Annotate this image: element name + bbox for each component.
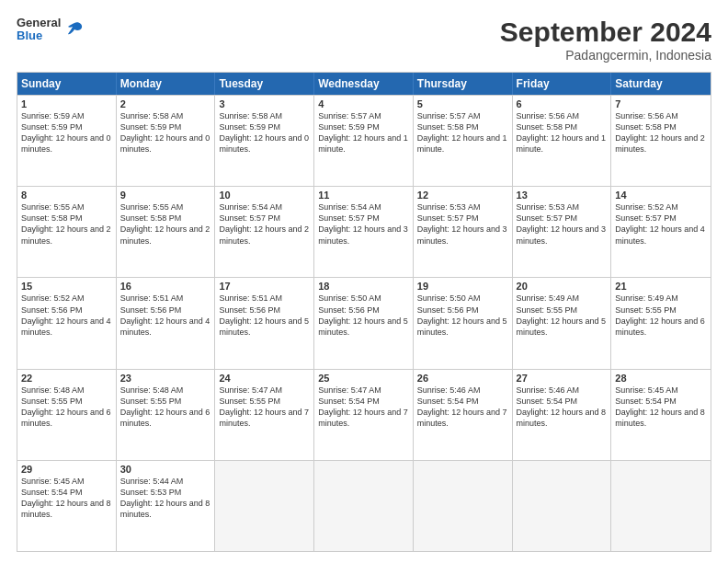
day-number: 18 — [318, 281, 409, 292]
cal-cell-2-4: 12 Sunrise: 5:53 AM Sunset: 5:57 PM Dayl… — [414, 187, 513, 277]
header-friday: Friday — [513, 73, 612, 95]
cal-cell-5-2 — [215, 461, 314, 551]
logo-blue: Blue — [17, 29, 61, 42]
cell-info: Sunrise: 5:44 AM Sunset: 5:53 PM Dayligh… — [120, 476, 211, 521]
cell-info: Sunrise: 5:51 AM Sunset: 5:56 PM Dayligh… — [120, 293, 211, 338]
cell-info: Sunrise: 5:53 AM Sunset: 5:57 PM Dayligh… — [517, 201, 608, 247]
location: Padangcermin, Indonesia — [500, 48, 711, 63]
cell-info: Sunrise: 5:57 AM Sunset: 5:58 PM Dayligh… — [417, 110, 508, 155]
day-number: 12 — [417, 190, 508, 201]
cell-info: Sunrise: 5:47 AM Sunset: 5:55 PM Dayligh… — [219, 385, 310, 430]
cal-cell-5-3 — [314, 461, 414, 551]
day-number: 16 — [120, 281, 211, 292]
cal-cell-3-2: 17 Sunrise: 5:51 AM Sunset: 5:56 PM Dayl… — [215, 278, 314, 368]
day-number: 28 — [615, 373, 707, 384]
cal-cell-1-2: 3 Sunrise: 5:58 AM Sunset: 5:59 PM Dayli… — [215, 96, 314, 186]
day-number: 20 — [517, 281, 608, 292]
cell-info: Sunrise: 5:48 AM Sunset: 5:55 PM Dayligh… — [120, 385, 211, 430]
day-number: 11 — [318, 190, 409, 201]
cell-info: Sunrise: 5:54 AM Sunset: 5:57 PM Dayligh… — [219, 201, 310, 247]
day-number: 10 — [219, 190, 310, 201]
day-number: 3 — [219, 98, 310, 109]
cell-info: Sunrise: 5:55 AM Sunset: 5:58 PM Dayligh… — [120, 201, 211, 247]
cell-info: Sunrise: 5:58 AM Sunset: 5:59 PM Dayligh… — [219, 110, 310, 155]
cal-cell-2-2: 10 Sunrise: 5:54 AM Sunset: 5:57 PM Dayl… — [215, 187, 314, 277]
calendar: Sunday Monday Tuesday Wednesday Thursday… — [17, 72, 711, 552]
cal-cell-2-6: 14 Sunrise: 5:52 AM Sunset: 5:57 PM Dayl… — [611, 187, 711, 277]
cell-info: Sunrise: 5:46 AM Sunset: 5:54 PM Dayligh… — [417, 385, 508, 430]
cal-cell-5-5 — [513, 461, 612, 551]
cell-info: Sunrise: 5:50 AM Sunset: 5:56 PM Dayligh… — [318, 293, 409, 338]
cal-cell-5-0: 29 Sunrise: 5:45 AM Sunset: 5:54 PM Dayl… — [17, 461, 117, 551]
day-number: 13 — [517, 190, 608, 201]
day-number: 6 — [517, 98, 608, 109]
cell-info: Sunrise: 5:51 AM Sunset: 5:56 PM Dayligh… — [219, 293, 310, 338]
cal-cell-4-0: 22 Sunrise: 5:48 AM Sunset: 5:55 PM Dayl… — [17, 370, 117, 460]
day-number: 19 — [417, 281, 508, 292]
cal-cell-1-3: 4 Sunrise: 5:57 AM Sunset: 5:59 PM Dayli… — [314, 96, 414, 186]
cal-cell-2-3: 11 Sunrise: 5:54 AM Sunset: 5:57 PM Dayl… — [314, 187, 414, 277]
calendar-body: 1 Sunrise: 5:59 AM Sunset: 5:59 PM Dayli… — [17, 95, 711, 551]
cal-cell-4-4: 26 Sunrise: 5:46 AM Sunset: 5:54 PM Dayl… — [414, 370, 513, 460]
day-number: 22 — [21, 373, 112, 384]
header-tuesday: Tuesday — [215, 73, 314, 95]
cell-info: Sunrise: 5:48 AM Sunset: 5:55 PM Dayligh… — [21, 385, 112, 430]
day-number: 23 — [120, 373, 211, 384]
cal-cell-3-5: 20 Sunrise: 5:49 AM Sunset: 5:55 PM Dayl… — [513, 278, 612, 368]
cell-info: Sunrise: 5:56 AM Sunset: 5:58 PM Dayligh… — [517, 110, 608, 155]
cal-cell-5-4 — [414, 461, 513, 551]
header-monday: Monday — [117, 73, 216, 95]
cal-cell-2-1: 9 Sunrise: 5:55 AM Sunset: 5:58 PM Dayli… — [117, 187, 216, 277]
day-number: 30 — [120, 464, 211, 475]
cell-info: Sunrise: 5:53 AM Sunset: 5:57 PM Dayligh… — [417, 201, 508, 247]
day-number: 17 — [219, 281, 310, 292]
cell-info: Sunrise: 5:55 AM Sunset: 5:58 PM Dayligh… — [21, 201, 112, 247]
calendar-header: Sunday Monday Tuesday Wednesday Thursday… — [17, 73, 711, 95]
cal-cell-1-4: 5 Sunrise: 5:57 AM Sunset: 5:58 PM Dayli… — [414, 96, 513, 186]
day-number: 21 — [615, 281, 707, 292]
cell-info: Sunrise: 5:54 AM Sunset: 5:57 PM Dayligh… — [318, 201, 409, 247]
week-row-1: 1 Sunrise: 5:59 AM Sunset: 5:59 PM Dayli… — [17, 95, 711, 186]
logo-general: General — [17, 17, 61, 29]
cell-info: Sunrise: 5:58 AM Sunset: 5:59 PM Dayligh… — [120, 110, 211, 155]
cell-info: Sunrise: 5:46 AM Sunset: 5:54 PM Dayligh… — [517, 385, 608, 430]
cell-info: Sunrise: 5:52 AM Sunset: 5:57 PM Dayligh… — [615, 201, 707, 247]
day-number: 4 — [318, 98, 409, 109]
cell-info: Sunrise: 5:59 AM Sunset: 5:59 PM Dayligh… — [21, 110, 112, 155]
day-number: 15 — [21, 281, 112, 292]
cell-info: Sunrise: 5:47 AM Sunset: 5:54 PM Dayligh… — [318, 385, 409, 430]
header-sunday: Sunday — [17, 73, 117, 95]
cal-cell-3-4: 19 Sunrise: 5:50 AM Sunset: 5:56 PM Dayl… — [414, 278, 513, 368]
cal-cell-4-3: 25 Sunrise: 5:47 AM Sunset: 5:54 PM Dayl… — [314, 370, 414, 460]
cal-cell-5-1: 30 Sunrise: 5:44 AM Sunset: 5:53 PM Dayl… — [117, 461, 216, 551]
day-number: 25 — [318, 373, 409, 384]
day-number: 24 — [219, 373, 310, 384]
day-number: 8 — [21, 190, 112, 201]
cal-cell-3-0: 15 Sunrise: 5:52 AM Sunset: 5:56 PM Dayl… — [17, 278, 117, 368]
day-number: 27 — [517, 373, 608, 384]
week-row-2: 8 Sunrise: 5:55 AM Sunset: 5:58 PM Dayli… — [17, 186, 711, 277]
cell-info: Sunrise: 5:50 AM Sunset: 5:56 PM Dayligh… — [417, 293, 508, 338]
cal-cell-1-1: 2 Sunrise: 5:58 AM Sunset: 5:59 PM Dayli… — [117, 96, 216, 186]
day-number: 14 — [615, 190, 707, 201]
cell-info: Sunrise: 5:49 AM Sunset: 5:55 PM Dayligh… — [517, 293, 608, 338]
cal-cell-2-0: 8 Sunrise: 5:55 AM Sunset: 5:58 PM Dayli… — [17, 187, 117, 277]
cal-cell-2-5: 13 Sunrise: 5:53 AM Sunset: 5:57 PM Dayl… — [513, 187, 612, 277]
cal-cell-4-6: 28 Sunrise: 5:45 AM Sunset: 5:54 PM Dayl… — [611, 370, 711, 460]
cell-info: Sunrise: 5:56 AM Sunset: 5:58 PM Dayligh… — [615, 110, 707, 155]
week-row-4: 22 Sunrise: 5:48 AM Sunset: 5:55 PM Dayl… — [17, 369, 711, 460]
week-row-5: 29 Sunrise: 5:45 AM Sunset: 5:54 PM Dayl… — [17, 460, 711, 551]
week-row-3: 15 Sunrise: 5:52 AM Sunset: 5:56 PM Dayl… — [17, 277, 711, 368]
cell-info: Sunrise: 5:49 AM Sunset: 5:55 PM Dayligh… — [615, 293, 707, 338]
day-number: 5 — [417, 98, 508, 109]
day-number: 1 — [21, 98, 112, 109]
cal-cell-4-2: 24 Sunrise: 5:47 AM Sunset: 5:55 PM Dayl… — [215, 370, 314, 460]
cell-info: Sunrise: 5:45 AM Sunset: 5:54 PM Dayligh… — [21, 476, 112, 521]
header-wednesday: Wednesday — [314, 73, 414, 95]
cell-info: Sunrise: 5:45 AM Sunset: 5:54 PM Dayligh… — [615, 385, 707, 430]
cal-cell-1-0: 1 Sunrise: 5:59 AM Sunset: 5:59 PM Dayli… — [17, 96, 117, 186]
day-number: 29 — [21, 464, 112, 475]
cal-cell-1-5: 6 Sunrise: 5:56 AM Sunset: 5:58 PM Dayli… — [513, 96, 612, 186]
title-block: September 2024 Padangcermin, Indonesia — [500, 17, 711, 63]
day-number: 26 — [417, 373, 508, 384]
